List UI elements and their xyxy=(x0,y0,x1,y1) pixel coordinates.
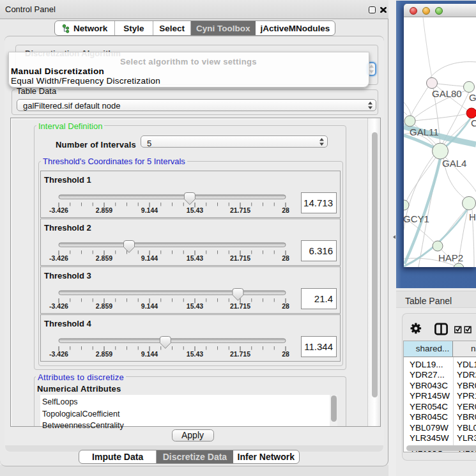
svg-text:2.859: 2.859 xyxy=(96,206,112,214)
svg-text:21.715: 21.715 xyxy=(230,350,250,358)
svg-text:15.43: 15.43 xyxy=(187,302,203,310)
svg-text:9.144: 9.144 xyxy=(141,350,158,358)
svg-text:-3.426: -3.426 xyxy=(49,206,68,214)
svg-text:GAL11: GAL11 xyxy=(410,127,439,137)
svg-text:15.43: 15.43 xyxy=(187,206,203,214)
svg-text:C: C xyxy=(471,118,476,128)
svg-text:9.144: 9.144 xyxy=(141,206,158,214)
svg-text:21.715: 21.715 xyxy=(230,302,250,310)
svg-text:15.43: 15.43 xyxy=(187,254,203,262)
svg-text:9.144: 9.144 xyxy=(141,254,158,262)
svg-text:2.859: 2.859 xyxy=(96,302,112,310)
svg-text:28: 28 xyxy=(282,302,289,310)
svg-text:GA: GA xyxy=(469,92,476,103)
svg-text:H: H xyxy=(469,211,476,222)
svg-text:28: 28 xyxy=(282,206,289,214)
svg-text:28: 28 xyxy=(282,254,289,262)
svg-text:21.715: 21.715 xyxy=(230,206,250,214)
svg-text:28: 28 xyxy=(282,350,289,358)
svg-text:2.859: 2.859 xyxy=(96,254,112,262)
svg-text:GAL80: GAL80 xyxy=(432,88,462,99)
svg-text:GCY1: GCY1 xyxy=(404,213,429,224)
svg-text:15.43: 15.43 xyxy=(187,350,203,358)
svg-text:-3.426: -3.426 xyxy=(49,350,68,358)
svg-text:21.715: 21.715 xyxy=(230,254,250,262)
svg-text:9.144: 9.144 xyxy=(141,302,158,310)
svg-text:2.859: 2.859 xyxy=(96,350,112,358)
svg-text:HAP2: HAP2 xyxy=(438,252,463,263)
svg-text:-3.426: -3.426 xyxy=(49,254,68,262)
svg-text:GAL4: GAL4 xyxy=(442,158,466,169)
svg-text:-3.426: -3.426 xyxy=(49,302,68,310)
